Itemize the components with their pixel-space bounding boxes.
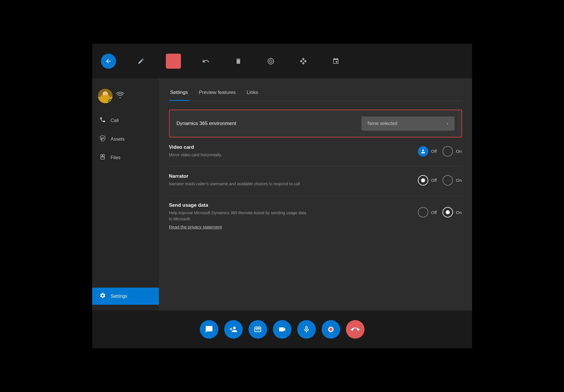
narrator-text: Narrator Narrator reads caller's usernam… (169, 173, 300, 187)
video-card-off-label: Off (431, 149, 437, 154)
environment-value: None selected (368, 121, 442, 126)
svg-point-1 (269, 60, 272, 62)
svg-point-21 (329, 328, 333, 331)
chat-button[interactable] (200, 320, 218, 339)
tab-preview-features[interactable]: Preview features (198, 87, 237, 101)
assets-icon (99, 135, 106, 143)
narrator-off-radio[interactable] (418, 175, 428, 186)
send-usage-radio-group: Off On (418, 207, 462, 217)
narrator-off-label: Off (431, 178, 437, 183)
send-usage-section: Send usage data Help improve Microsoft D… (169, 202, 462, 230)
video-card-title: Video card (169, 144, 222, 150)
narrator-on-radio[interactable] (443, 175, 453, 186)
send-usage-desc: Help improve Microsoft Dynamics 365 Remo… (169, 210, 308, 222)
narrator-row: Narrator Narrator reads caller's usernam… (169, 173, 462, 187)
svg-rect-18 (255, 327, 261, 332)
end-call-button[interactable] (346, 320, 364, 339)
narrator-off-option[interactable]: Off (418, 175, 437, 186)
main-content: Call Assets (92, 79, 472, 311)
mic-button[interactable] (297, 320, 316, 339)
pin-button[interactable] (328, 54, 343, 69)
svg-point-0 (268, 58, 274, 64)
narrator-radio-group: Off On (418, 175, 462, 186)
sidebar-item-files[interactable]: Files (92, 149, 159, 166)
sidebar-item-assets-label: Assets (111, 137, 125, 142)
sidebar-item-call[interactable]: Call (92, 112, 159, 129)
pen-button[interactable] (133, 54, 148, 69)
sidebar-item-assets[interactable]: Assets (92, 130, 159, 148)
stop-icon (171, 58, 176, 64)
add-person-button[interactable] (224, 320, 243, 339)
sidebar-item-settings[interactable]: Settings (92, 288, 159, 305)
send-usage-text: Send usage data Help improve Microsoft D… (169, 202, 308, 222)
video-card-on-option[interactable]: On (443, 146, 462, 157)
environment-chevron: › (447, 121, 448, 126)
sidebar-item-call-label: Call (111, 118, 119, 123)
avatar (98, 89, 113, 103)
stop-button[interactable] (166, 54, 181, 69)
online-badge (108, 99, 112, 103)
sidebar-nav: Call Assets (92, 112, 159, 288)
send-usage-row: Send usage data Help improve Microsoft D… (169, 202, 462, 222)
profile-section (92, 84, 159, 112)
video-card-off-radio[interactable] (418, 146, 428, 157)
app-window: Call Assets (92, 44, 472, 348)
svg-rect-15 (101, 155, 102, 157)
narrator-on-option[interactable]: On (443, 175, 462, 186)
svg-rect-16 (101, 157, 104, 159)
narrator-on-label: On (456, 178, 462, 183)
back-button[interactable] (101, 54, 116, 69)
target-button[interactable] (263, 54, 278, 69)
undo-button[interactable] (198, 54, 213, 69)
video-card-row: Video card Mirror video card horizontall… (169, 144, 462, 158)
settings-icon (99, 292, 106, 300)
divider-1 (169, 166, 462, 166)
video-card-section: Video card Mirror video card horizontall… (169, 144, 462, 158)
video-card-radio-group: Off On (418, 146, 462, 157)
delete-button[interactable] (231, 54, 246, 69)
video-card-desc: Mirror video card horizontally. (169, 152, 222, 158)
privacy-link[interactable]: Read the privacy statement (169, 224, 222, 229)
tabs-bar: Settings Preview features Links (169, 87, 462, 101)
sidebar-item-files-label: Files (111, 155, 121, 160)
video-card-off-option[interactable]: Off (418, 146, 437, 157)
svg-rect-17 (103, 155, 104, 157)
narrator-section: Narrator Narrator reads caller's usernam… (169, 173, 462, 187)
svg-rect-19 (256, 328, 259, 330)
send-usage-on-radio[interactable] (443, 207, 453, 217)
sidebar: Call Assets (92, 79, 159, 311)
send-usage-on-option[interactable]: On (443, 207, 462, 217)
video-card-on-radio[interactable] (443, 146, 453, 157)
send-usage-title: Send usage data (169, 202, 308, 208)
sidebar-settings-label: Settings (111, 294, 128, 299)
video-card-on-label: On (456, 149, 462, 154)
record-button[interactable] (322, 320, 340, 339)
send-usage-off-label: Off (431, 210, 437, 215)
send-usage-off-radio[interactable] (418, 207, 428, 217)
dynamics-environment-row[interactable]: Dynamics 365 environment None selected › (169, 110, 462, 137)
tab-links[interactable]: Links (246, 87, 260, 101)
send-usage-off-option[interactable]: Off (418, 207, 437, 217)
video-card-text: Video card Mirror video card horizontall… (169, 144, 222, 158)
call-icon (99, 117, 106, 124)
video-button[interactable] (273, 320, 291, 339)
svg-rect-11 (101, 95, 110, 100)
screenshot-button[interactable] (249, 320, 267, 339)
svg-rect-14 (101, 139, 102, 140)
svg-rect-12 (101, 137, 102, 139)
narrator-title: Narrator (169, 173, 300, 179)
bottom-bar (92, 311, 472, 348)
environment-selector[interactable]: None selected › (362, 117, 454, 130)
content-area: Settings Preview features Links Dynamics… (159, 79, 472, 311)
wifi-icon (116, 92, 124, 100)
files-icon (99, 154, 106, 161)
narrator-desc: Narrator reads caller's username and ava… (169, 181, 300, 187)
send-usage-on-label: On (456, 210, 462, 215)
svg-rect-13 (103, 137, 104, 139)
move-button[interactable] (296, 54, 311, 69)
tab-settings[interactable]: Settings (169, 87, 189, 101)
divider-2 (169, 195, 462, 195)
toolbar (92, 44, 472, 79)
dynamics-label: Dynamics 365 environment (177, 121, 236, 126)
